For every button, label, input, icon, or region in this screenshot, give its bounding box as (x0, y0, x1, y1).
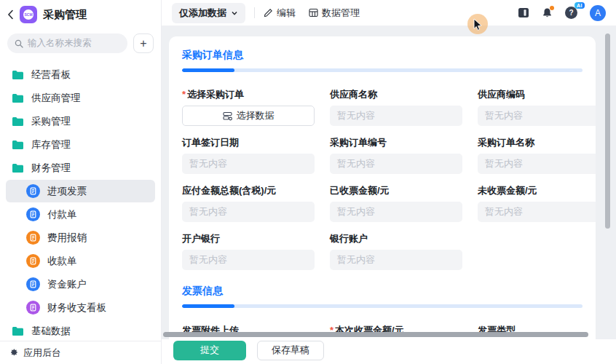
sidebar-item-receipt-order[interactable]: 收款单 (6, 250, 155, 272)
invoiced-amount-field: 暂无内容 (330, 202, 462, 222)
search-placeholder: 输入名称来搜索 (28, 37, 92, 50)
uninvoiced-amount-field: 暂无内容 (478, 202, 596, 222)
select-data-button[interactable]: 选择数据 (182, 106, 315, 126)
ai-badge: AI (574, 2, 585, 9)
section-progress-bar (182, 304, 583, 308)
divider (254, 7, 255, 18)
field-label: 采购订单名称 (478, 136, 596, 149)
sidebar-header: SCM 采购管理 (0, 0, 161, 28)
field-payable-total-with-tax: 应付金额总额(含税)/元暂无内容 (182, 184, 315, 222)
sidebar-item-purchase-management[interactable]: 采购管理 (6, 110, 155, 132)
sidebar-panel-icon[interactable] (518, 7, 529, 18)
form-section: 发票信息发票附件上传选择拖拽或单击后粘贴文件，...*本次收票金额/元发票类型 (182, 285, 583, 339)
notification-dot (550, 6, 554, 10)
sidebar-item-label: 付款单 (47, 208, 77, 221)
section-progress-fill (182, 68, 234, 72)
back-icon[interactable] (7, 9, 14, 20)
sidebar-item-inventory-management[interactable]: 库存管理 (6, 133, 155, 156)
content-area: 采购订单信息*选择采购订单选择数据供应商名称暂无内容供应商编码暂无内容订单签订日… (162, 26, 616, 339)
vertical-scrollbar-thumb[interactable] (605, 33, 610, 229)
supplier-name-field: 暂无内容 (330, 106, 462, 126)
field-label: 采购订单编号 (330, 136, 462, 149)
sidebar-search-row: 输入名称来搜索 + (0, 28, 161, 56)
vertical-scrollbar[interactable] (605, 33, 610, 252)
sidebar-item-business-dashboard[interactable]: 经营看板 (6, 63, 155, 86)
field-bank-account: 银行账户暂无内容 (330, 232, 462, 270)
sidebar-item-label: 基础数据 (31, 325, 71, 338)
field-order-sign-date: 订单签订日期暂无内容 (182, 136, 315, 174)
form-footer: 提交 保存草稿 (162, 339, 616, 364)
sidebar-item-label: 收款单 (47, 255, 77, 268)
field-supplier-code: 供应商编码暂无内容 (478, 88, 596, 126)
payable-total-with-tax-field: 暂无内容 (182, 202, 315, 222)
field-invoiced-amount: 已收票金额/元暂无内容 (330, 184, 462, 222)
sidebar-item-label: 财务收支看板 (47, 301, 106, 314)
data-manage-button[interactable]: 数据管理 (309, 7, 360, 20)
field-label: 开户银行 (182, 232, 315, 245)
gear-icon (9, 347, 18, 359)
save-draft-button[interactable]: 保存草稿 (257, 341, 324, 360)
doc-icon (26, 184, 40, 198)
doc-icon (26, 301, 40, 314)
required-asterisk: * (182, 89, 186, 100)
field-label: 未收票金额/元 (478, 184, 596, 197)
field-label: 已收票金额/元 (330, 184, 462, 197)
app-logo-icon: SCM (20, 6, 37, 23)
search-input[interactable]: 输入名称来搜索 (7, 33, 127, 53)
field-label: 应付金额总额(含税)/元 (182, 184, 315, 197)
bank-account-field: 暂无内容 (330, 250, 462, 270)
sidebar-item-finance-management[interactable]: 财务管理 (6, 157, 155, 179)
doc-icon (26, 207, 40, 221)
field-select-purchase-order: *选择采购订单选择数据 (182, 88, 315, 126)
field-uninvoiced-amount: 未收票金额/元暂无内容 (478, 184, 596, 222)
table-icon (309, 8, 318, 17)
main-area: 仅添加数据 编辑 数据管理 ? (162, 0, 616, 364)
sidebar-item-label: 财务管理 (31, 162, 71, 175)
doc-icon (26, 231, 40, 245)
avatar[interactable]: A (590, 5, 606, 21)
sidebar-item-label: 经营看板 (31, 68, 71, 82)
form-sections: 采购订单信息*选择采购订单选择数据供应商名称暂无内容供应商编码暂无内容订单签订日… (182, 49, 583, 339)
folder-icon (12, 70, 24, 80)
sidebar-item-label: 费用报销 (47, 232, 87, 245)
sidebar-menu: 经营看板供应商管理采购管理库存管理财务管理进项发票付款单费用报销收款单资金账户财… (0, 56, 161, 341)
pencil-icon (264, 8, 273, 17)
sidebar-item-expense-reimbursement[interactable]: 费用报销 (6, 226, 155, 249)
sidebar-item-incoming-invoice[interactable]: 进项发票 (6, 180, 155, 202)
sidebar-item-label: 资金账户 (47, 278, 87, 291)
help-icon[interactable]: ? AI (565, 7, 577, 19)
order-sign-date-field: 暂无内容 (182, 154, 315, 174)
search-icon (15, 39, 23, 48)
app-window: SCM 采购管理 输入名称来搜索 + 经营看板供应商管理采购管理库存管理财务管理… (0, 0, 616, 364)
sidebar-item-fund-account[interactable]: 资金账户 (6, 273, 155, 296)
horizontal-scrollbar[interactable] (163, 332, 588, 337)
add-only-mode-button[interactable]: 仅添加数据 (172, 3, 245, 23)
purchase-order-name-field: 暂无内容 (478, 154, 596, 174)
add-button[interactable]: + (133, 33, 154, 53)
form-card: 采购订单信息*选择采购订单选择数据供应商名称暂无内容供应商编码暂无内容订单签订日… (169, 36, 596, 339)
doc-icon (26, 254, 40, 268)
submit-button[interactable]: 提交 (173, 341, 246, 360)
sidebar-item-label: 库存管理 (31, 138, 71, 151)
chevron-down-icon (231, 9, 238, 17)
field-label: 供应商编码 (478, 88, 596, 101)
edit-button[interactable]: 编辑 (264, 7, 296, 20)
section-title: 采购订单信息 (182, 49, 583, 62)
notification-bell-icon[interactable] (542, 7, 553, 18)
section-title: 发票信息 (182, 285, 583, 298)
app-backend-label: 应用后台 (23, 347, 61, 360)
sidebar-item-supplier-management[interactable]: 供应商管理 (6, 87, 155, 109)
sidebar-item-base-data[interactable]: 基础数据 (6, 320, 155, 341)
sidebar-item-payment-order[interactable]: 付款单 (6, 203, 155, 226)
field-label: 银行账户 (330, 232, 462, 245)
sidebar-item-finance-io-dashboard[interactable]: 财务收支看板 (6, 296, 155, 319)
field-label: 供应商名称 (330, 88, 462, 101)
field-label: 订单签订日期 (182, 136, 315, 149)
section-progress-bar (182, 68, 583, 72)
supplier-code-field: 暂无内容 (478, 106, 596, 126)
topbar-right: ? AI A (518, 5, 606, 21)
app-backend-button[interactable]: 应用后台 (0, 341, 161, 364)
folder-icon (12, 93, 24, 103)
field-label: *选择采购订单 (182, 88, 315, 101)
database-icon (223, 111, 232, 121)
